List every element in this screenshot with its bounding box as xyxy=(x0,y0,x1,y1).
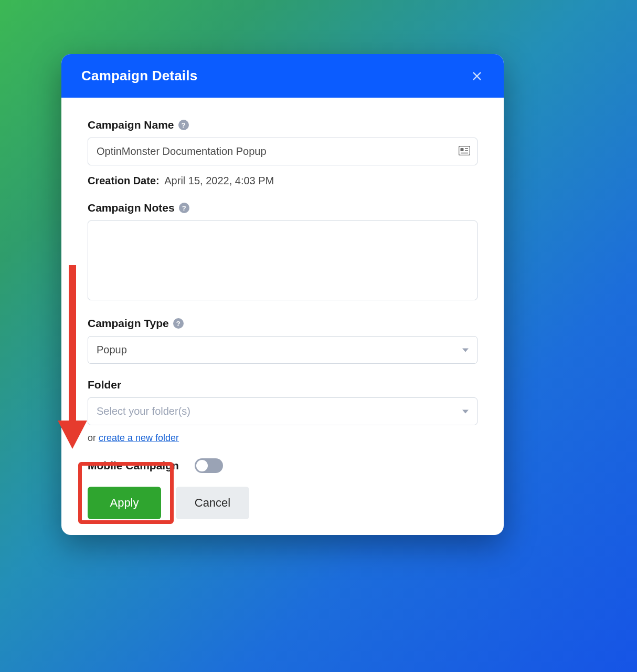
help-icon[interactable]: ? xyxy=(179,203,189,213)
button-row: Apply Cancel xyxy=(88,487,477,519)
toggle-knob xyxy=(196,460,208,471)
modal-body: Campaign Name ? Creation Date: April 15,… xyxy=(61,98,504,535)
folder-section: Folder Select your folder(s) or create a… xyxy=(88,379,477,444)
campaign-notes-section: Campaign Notes ? xyxy=(88,202,477,302)
creation-date-label: Creation Date: xyxy=(88,175,160,186)
apply-button[interactable]: Apply xyxy=(88,487,161,519)
folder-placeholder: Select your folder(s) xyxy=(97,405,190,417)
campaign-name-input[interactable] xyxy=(88,138,477,165)
campaign-notes-input[interactable] xyxy=(88,220,477,300)
folder-label-row: Folder xyxy=(88,379,477,391)
campaign-type-label-row: Campaign Type ? xyxy=(88,317,477,330)
campaign-notes-label-row: Campaign Notes ? xyxy=(88,202,477,214)
campaign-details-modal: Campaign Details Campaign Name ? Creatio… xyxy=(61,54,504,535)
folder-select[interactable]: Select your folder(s) xyxy=(88,397,477,425)
help-icon[interactable]: ? xyxy=(173,318,184,329)
campaign-type-label: Campaign Type xyxy=(88,317,169,330)
folder-label: Folder xyxy=(88,379,121,391)
campaign-notes-label: Campaign Notes xyxy=(88,202,175,214)
campaign-type-section: Campaign Type ? Popup xyxy=(88,317,477,364)
chevron-down-icon xyxy=(462,410,469,413)
modal-header: Campaign Details xyxy=(61,54,504,98)
campaign-name-label: Campaign Name xyxy=(88,119,174,131)
creation-date-row: Creation Date: April 15, 2022, 4:03 PM xyxy=(88,175,477,187)
mobile-campaign-label-row: Mobile Campaign xyxy=(88,459,179,472)
folder-hint-prefix: or xyxy=(88,433,99,443)
create-folder-link[interactable]: create a new folder xyxy=(99,433,179,443)
campaign-type-select[interactable]: Popup xyxy=(88,336,477,364)
campaign-type-value: Popup xyxy=(97,344,127,356)
mobile-campaign-toggle[interactable] xyxy=(195,458,223,473)
campaign-name-label-row: Campaign Name ? xyxy=(88,119,477,131)
folder-hint: or create a new folder xyxy=(88,433,477,444)
close-icon xyxy=(471,70,483,82)
help-icon[interactable]: ? xyxy=(178,120,189,130)
cancel-button[interactable]: Cancel xyxy=(176,487,249,519)
close-button[interactable] xyxy=(470,69,484,83)
chevron-down-icon xyxy=(462,348,469,352)
creation-date-value: April 15, 2022, 4:03 PM xyxy=(164,175,274,186)
mobile-campaign-row: Mobile Campaign xyxy=(88,458,477,473)
campaign-name-input-wrap xyxy=(88,138,477,165)
modal-title: Campaign Details xyxy=(81,68,197,84)
mobile-campaign-label: Mobile Campaign xyxy=(88,459,179,472)
